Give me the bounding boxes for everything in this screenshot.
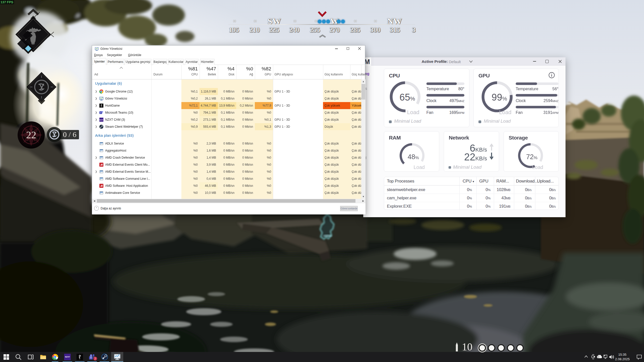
svg-text:NZXT: NZXT bbox=[100, 119, 103, 121]
svg-text:T: T bbox=[90, 356, 92, 359]
svg-text:T: T bbox=[100, 112, 101, 114]
